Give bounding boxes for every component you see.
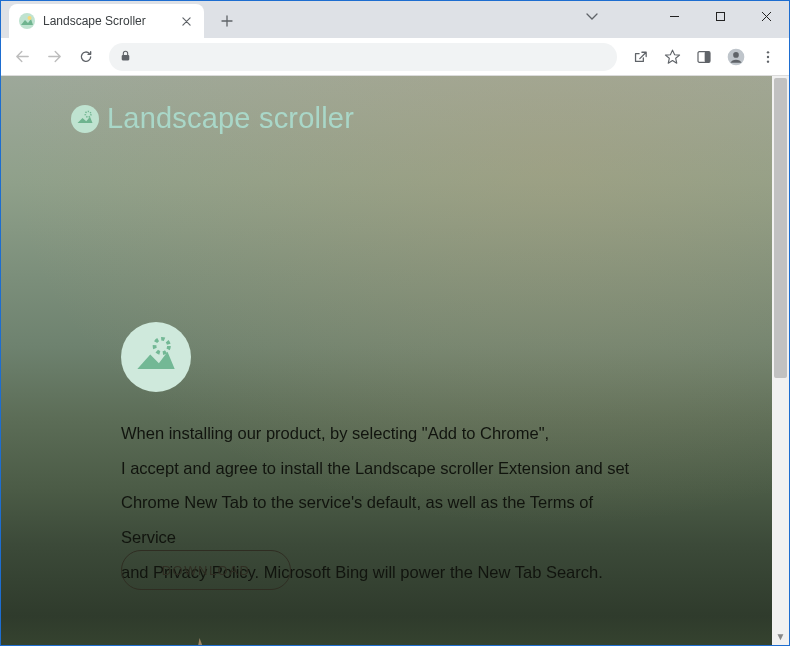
tabs-dropdown-button[interactable] bbox=[579, 5, 605, 29]
desc-line: Chrome New Tab to the service's default,… bbox=[121, 485, 639, 554]
svg-point-9 bbox=[767, 55, 769, 57]
browser-window: Landscape Scroller bbox=[0, 0, 790, 646]
download-button[interactable]: DOWNLOAD bbox=[121, 550, 291, 590]
desc-line: When installing our product, by selectin… bbox=[121, 416, 639, 451]
page-viewport: Landscape scroller When installing our p… bbox=[1, 76, 789, 645]
maximize-button[interactable] bbox=[697, 1, 743, 31]
lock-icon bbox=[119, 48, 132, 66]
profile-button[interactable] bbox=[721, 42, 751, 72]
close-window-button[interactable] bbox=[743, 1, 789, 31]
tab-close-button[interactable] bbox=[178, 13, 194, 29]
app-header: Landscape scroller bbox=[71, 102, 354, 135]
new-tab-button[interactable] bbox=[212, 6, 242, 36]
toolbar bbox=[1, 38, 789, 76]
forward-button[interactable] bbox=[39, 42, 69, 72]
svg-point-11 bbox=[85, 111, 91, 117]
vertical-scrollbar[interactable]: ▲ ▼ bbox=[772, 76, 789, 645]
svg-point-7 bbox=[733, 52, 739, 58]
svg-rect-5 bbox=[705, 51, 710, 62]
rock-formation-image bbox=[159, 598, 435, 645]
svg-rect-2 bbox=[716, 12, 724, 20]
hero: Landscape scroller When installing our p… bbox=[1, 76, 789, 645]
svg-rect-3 bbox=[122, 54, 130, 59]
back-button[interactable] bbox=[7, 42, 37, 72]
app-title: Landscape scroller bbox=[107, 102, 354, 135]
minimize-button[interactable] bbox=[651, 1, 697, 31]
scroll-down-icon[interactable]: ▼ bbox=[772, 628, 789, 645]
tab-title: Landscape Scroller bbox=[43, 14, 172, 28]
bookmark-button[interactable] bbox=[657, 42, 687, 72]
desc-line: I accept and agree to install the Landsc… bbox=[121, 451, 639, 486]
browser-tab[interactable]: Landscape Scroller bbox=[9, 4, 204, 38]
logo-icon bbox=[71, 105, 99, 133]
side-panel-button[interactable] bbox=[689, 42, 719, 72]
svg-point-8 bbox=[767, 51, 769, 53]
favicon-landscape-icon bbox=[19, 13, 35, 29]
svg-point-10 bbox=[767, 60, 769, 62]
hero-logo-icon bbox=[121, 322, 191, 392]
svg-point-12 bbox=[155, 338, 169, 352]
menu-button[interactable] bbox=[753, 42, 783, 72]
share-button[interactable] bbox=[625, 42, 655, 72]
titlebar: Landscape Scroller bbox=[1, 1, 789, 38]
window-controls bbox=[651, 1, 789, 31]
url-bar[interactable] bbox=[109, 43, 617, 71]
svg-point-1 bbox=[28, 16, 32, 20]
reload-button[interactable] bbox=[71, 42, 101, 72]
scroll-thumb[interactable] bbox=[774, 78, 787, 378]
svg-point-0 bbox=[19, 13, 35, 29]
